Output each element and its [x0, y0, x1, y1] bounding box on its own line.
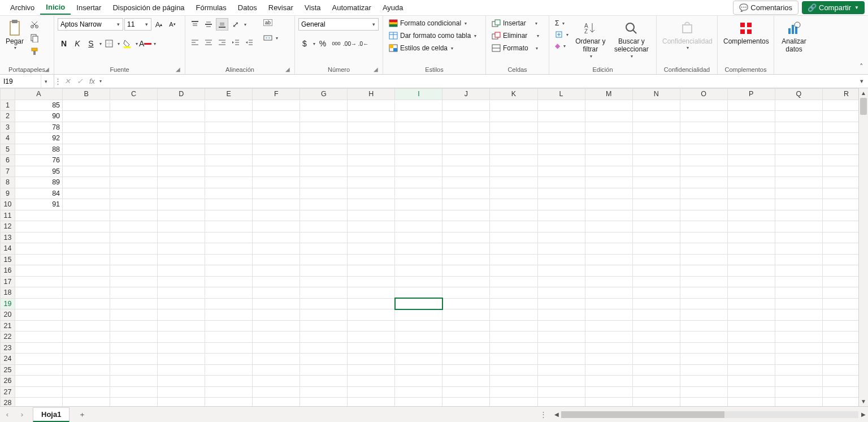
cell[interactable]: [253, 287, 300, 299]
cell[interactable]: [348, 287, 395, 299]
cell[interactable]: [537, 320, 585, 331]
cell[interactable]: [110, 188, 158, 199]
cell[interactable]: [775, 221, 822, 232]
cell[interactable]: [775, 276, 822, 287]
chevron-down-icon[interactable]: ▾: [136, 41, 138, 46]
cell[interactable]: [63, 354, 110, 365]
cell[interactable]: [348, 398, 395, 407]
cell[interactable]: [775, 188, 822, 199]
cell[interactable]: [300, 232, 348, 243]
cell[interactable]: [63, 398, 110, 407]
cell[interactable]: [395, 309, 442, 321]
cell[interactable]: [63, 376, 110, 387]
cell[interactable]: [158, 232, 205, 243]
increase-indent-button[interactable]: [243, 36, 255, 49]
cell[interactable]: [632, 177, 680, 188]
tab-ayuda[interactable]: Ayuda: [377, 1, 409, 14]
cell[interactable]: [442, 331, 490, 343]
cell[interactable]: [680, 276, 727, 287]
share-button[interactable]: 🔗 Compartir ▼: [802, 1, 865, 14]
row-header[interactable]: 15: [1, 254, 15, 265]
cell[interactable]: [585, 155, 632, 166]
cell[interactable]: [727, 199, 775, 210]
align-middle-button[interactable]: [202, 18, 215, 31]
cell[interactable]: [205, 354, 253, 365]
cell[interactable]: [348, 254, 395, 265]
row-header[interactable]: 28: [1, 398, 15, 407]
spreadsheet-grid[interactable]: ABCDEFGHIJKLMNOPQR1852903784925886767958…: [0, 88, 858, 406]
dialog-launcher-icon[interactable]: ◢: [175, 66, 181, 73]
cell[interactable]: [775, 354, 822, 365]
cell[interactable]: [632, 386, 680, 398]
cell[interactable]: [585, 265, 632, 277]
cell[interactable]: [348, 199, 395, 210]
cell[interactable]: [537, 232, 585, 243]
cell[interactable]: [490, 386, 537, 398]
formula-input[interactable]: [102, 75, 856, 88]
insert-cells-button[interactable]: Insertar ▾: [489, 18, 540, 28]
row-header[interactable]: 21: [1, 320, 15, 331]
cell[interactable]: [490, 122, 537, 133]
cell[interactable]: [727, 265, 775, 277]
cell[interactable]: [158, 144, 205, 155]
cell[interactable]: [585, 331, 632, 343]
cell[interactable]: [15, 398, 63, 407]
cell[interactable]: [205, 111, 253, 122]
row-header[interactable]: 20: [1, 309, 15, 321]
cell[interactable]: [110, 221, 158, 232]
cell[interactable]: [727, 100, 775, 111]
cell[interactable]: [537, 111, 585, 122]
cell[interactable]: [158, 199, 205, 210]
cell[interactable]: [822, 177, 858, 188]
cell[interactable]: [537, 210, 585, 221]
cell[interactable]: [585, 210, 632, 221]
cell[interactable]: [63, 199, 110, 210]
borders-button[interactable]: [103, 37, 115, 50]
column-header[interactable]: E: [205, 89, 253, 100]
cell[interactable]: [775, 287, 822, 299]
cell[interactable]: [727, 331, 775, 343]
cell[interactable]: [775, 100, 822, 111]
cell[interactable]: [253, 254, 300, 265]
cell[interactable]: [727, 155, 775, 166]
cell[interactable]: [775, 309, 822, 321]
cell[interactable]: [632, 144, 680, 155]
cell[interactable]: [253, 188, 300, 199]
cell[interactable]: [253, 122, 300, 133]
column-header[interactable]: D: [158, 89, 205, 100]
cell[interactable]: [727, 386, 775, 398]
column-header[interactable]: R: [822, 89, 858, 100]
cell[interactable]: [822, 122, 858, 133]
cell[interactable]: [680, 376, 727, 387]
cell[interactable]: 88: [15, 144, 63, 155]
font-name-input[interactable]: [58, 19, 114, 30]
column-header[interactable]: K: [490, 89, 537, 100]
cell[interactable]: [632, 364, 680, 376]
italic-button[interactable]: K: [71, 37, 84, 50]
cell[interactable]: [680, 122, 727, 133]
decrease-font-button[interactable]: A▾: [166, 18, 179, 31]
chevron-down-icon[interactable]: ▾: [142, 21, 151, 27]
cell[interactable]: [822, 331, 858, 343]
column-header[interactable]: Q: [775, 89, 822, 100]
cell[interactable]: [727, 298, 775, 309]
cell[interactable]: [253, 210, 300, 221]
cell[interactable]: [110, 100, 158, 111]
chevron-down-icon[interactable]: ▾: [369, 21, 378, 27]
cell[interactable]: [253, 232, 300, 243]
row-header[interactable]: 3: [1, 122, 15, 133]
row-header[interactable]: 16: [1, 265, 15, 277]
cell[interactable]: [158, 221, 205, 232]
cell[interactable]: [680, 243, 727, 255]
new-sheet-button[interactable]: ＋: [74, 410, 90, 420]
cell[interactable]: [205, 254, 253, 265]
cell[interactable]: [822, 188, 858, 199]
cell[interactable]: [822, 166, 858, 177]
cell[interactable]: [680, 221, 727, 232]
cell[interactable]: [300, 342, 348, 354]
cell[interactable]: [490, 364, 537, 376]
cell[interactable]: [63, 254, 110, 265]
cell[interactable]: [490, 133, 537, 144]
cell[interactable]: [490, 398, 537, 407]
dialog-launcher-icon[interactable]: ◢: [284, 66, 291, 73]
